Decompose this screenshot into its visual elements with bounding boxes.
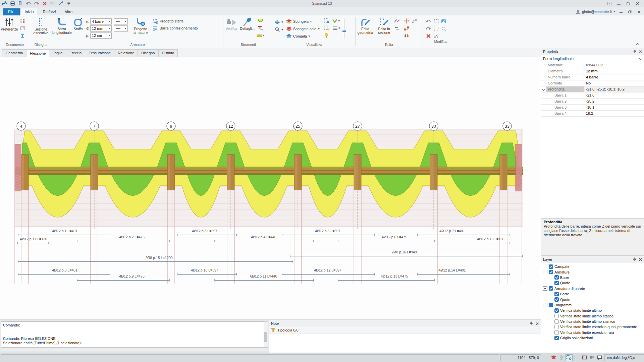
tab-flessione[interactable]: Flessione [26, 49, 49, 57]
combo-arrow-icon[interactable] [123, 26, 127, 31]
ruler-button[interactable] [257, 33, 264, 39]
layer-checkbox[interactable] [554, 292, 559, 296]
reconnect-button[interactable] [411, 18, 418, 24]
mirror-button[interactable] [403, 33, 410, 39]
tab-distinta[interactable]: Distinta [158, 49, 178, 57]
envelope-visibility-button[interactable] [331, 18, 341, 24]
layer-checkbox[interactable] [554, 314, 559, 318]
shade-mode-button[interactable] [274, 19, 285, 25]
transparency-slider[interactable] [343, 19, 345, 39]
doc-restore-button[interactable] [626, 9, 634, 14]
undo-edit-button[interactable] [425, 18, 432, 25]
layer-item[interactable]: Griglia sollecitazioni [541, 335, 644, 341]
property-value[interactable]: -21.6 [584, 93, 644, 98]
select-window-button[interactable] [432, 18, 440, 25]
layers-status-button[interactable] [550, 354, 557, 361]
progetto-staffe-button[interactable]: Progetto staffe [153, 18, 198, 24]
property-row[interactable]: Barra 2-25.2 [541, 99, 644, 105]
pin-icon[interactable] [530, 321, 533, 325]
restore-button[interactable] [624, 1, 633, 6]
property-value[interactable]: -25.2 [584, 99, 644, 104]
undo-button[interactable] [25, 1, 32, 6]
scongela-button[interactable]: Scongela [285, 18, 321, 25]
tab-relazione[interactable]: Relazione [114, 49, 138, 57]
tab-taglio[interactable]: Taglio [49, 49, 66, 57]
diametro-combo[interactable]: 12 mm [90, 25, 112, 32]
tab-rinforzi[interactable]: Rinforzi [39, 8, 60, 15]
screenshot-button[interactable] [440, 18, 447, 25]
property-row[interactable]: Numero barre4 barre [541, 74, 644, 80]
close-icon[interactable] [639, 258, 642, 261]
close-button[interactable] [633, 1, 642, 6]
layer-item[interactable]: Barre [541, 275, 644, 280]
palette-button[interactable] [19, 18, 26, 24]
layer-item[interactable]: Campate [541, 264, 644, 269]
zoom-mode-button[interactable] [274, 26, 285, 33]
layer-checkbox[interactable] [554, 325, 559, 329]
layer-checkbox[interactable] [549, 286, 553, 291]
tab-geometria[interactable]: Geometria [2, 49, 26, 57]
layer-item[interactable]: Verifica stato limite ultimo [541, 308, 644, 313]
drawing-canvas[interactable]: 47912252730334Ø12 p.1 L=4014Ø12 p.17 L=1… [0, 57, 541, 319]
qat-more-button[interactable] [66, 1, 72, 6]
combo-arrow-icon[interactable] [107, 33, 111, 38]
layer-item[interactable]: Verifica stato limite ultimo statico [541, 313, 644, 319]
preferenze-button[interactable]: Preferenze [0, 16, 19, 31]
line-weight-button[interactable] [331, 25, 341, 31]
property-row[interactable]: Profondità-21.6; -25.2; -18.1; 18.2 [541, 86, 644, 93]
anchor-start-combo[interactable] [114, 18, 128, 24]
ribbon-collapse-button[interactable] [635, 43, 640, 46]
select-fence-button[interactable] [432, 25, 440, 32]
layer-checkbox[interactable] [554, 336, 559, 340]
ucs-axes-button[interactable] [573, 354, 580, 361]
text-arrow-button[interactable] [257, 25, 264, 31]
annotation-button[interactable] [596, 354, 603, 361]
tab-freccia[interactable]: Freccia [66, 49, 85, 57]
pin-icon[interactable] [633, 50, 636, 54]
dettagli-button[interactable]: Dettagli... [239, 16, 255, 31]
property-value[interactable]: No [584, 80, 644, 86]
congela-button[interactable]: Congela [285, 33, 321, 40]
delete-button[interactable] [42, 1, 48, 6]
visibility-status-button[interactable] [558, 354, 565, 361]
layer-checkbox[interactable] [554, 308, 559, 313]
note-filter-row[interactable]: Tipologia 0/0 [269, 327, 541, 334]
tab-disegno[interactable]: Disegno [138, 49, 158, 57]
grid-snap-button[interactable] [589, 354, 596, 361]
layer-item[interactable]: Verifica stato limite ultimo sismico [541, 319, 644, 324]
hide-selection-button[interactable] [323, 25, 330, 31]
anchor-end-combo[interactable] [114, 25, 128, 32]
layer-item[interactable]: Quote [541, 297, 644, 302]
property-row[interactable]: Barra 3-18.1 [541, 105, 644, 111]
layer-checkbox[interactable] [554, 330, 559, 335]
verifica-button[interactable]: Verifica [224, 16, 239, 31]
layer-item[interactable]: Armature di parete [541, 286, 644, 291]
barra-longitudinale-button[interactable]: Barra longitudinale [52, 16, 71, 35]
move-button[interactable] [403, 18, 410, 24]
combo-arrow-icon[interactable] [107, 26, 111, 31]
layer-item[interactable]: Armature [541, 269, 644, 275]
details-button[interactable] [50, 1, 56, 6]
show-all-button[interactable] [323, 33, 330, 39]
property-row[interactable]: Barra 1-21.6 [541, 93, 644, 99]
redo-edit-button[interactable] [425, 25, 432, 32]
property-row[interactable]: CorrenteNo [541, 80, 644, 86]
expand-toggle-icon[interactable] [543, 270, 547, 274]
entity-type-selector[interactable]: Ferro longitudinale [541, 55, 644, 62]
tab-inizio[interactable]: Inizio [20, 8, 38, 15]
minimize-button[interactable] [614, 1, 623, 6]
ibeam-profile-button[interactable] [19, 33, 26, 39]
redo-button[interactable] [34, 1, 40, 6]
layer-checkbox[interactable] [554, 281, 559, 285]
close-document-button[interactable] [17, 1, 23, 6]
barre-confezionamento-button[interactable]: Barre confezionamento [153, 25, 198, 32]
expand-toggle-icon[interactable] [543, 303, 547, 307]
property-value[interactable]: -21.6; -25.2; -18.1; 18.2 [584, 86, 644, 92]
command-history[interactable]: Comando: Comando: Ripresa SELEZIONESelez… [1, 321, 264, 347]
property-value[interactable]: feb44 LC2 [584, 62, 644, 68]
layer-item[interactable]: Verifica stato limite esercizio rara [541, 330, 644, 335]
clean-regen-button[interactable] [432, 33, 440, 40]
property-value[interactable]: 18.2 [584, 111, 644, 116]
edit-curve-button[interactable] [393, 18, 401, 24]
layer-item[interactable]: Verifica stato limite esercizio quasi pe… [541, 324, 644, 329]
